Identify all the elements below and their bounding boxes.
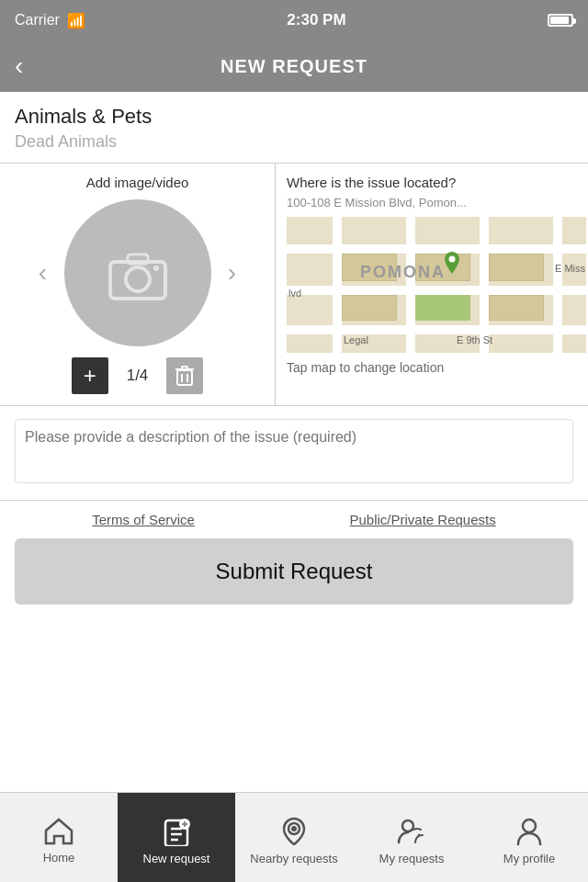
svg-point-3 [153, 266, 159, 271]
tab-nearby[interactable]: Nearby requests [235, 793, 353, 882]
category-section: Animals & Pets Dead Animals [0, 92, 588, 163]
content-row: Add image/video ‹ › + 1/4 [0, 163, 588, 406]
svg-rect-2 [128, 254, 148, 264]
map-street-label: Legal [344, 334, 368, 345]
map-road [287, 244, 586, 254]
camera-icon [106, 245, 170, 300]
public-private-link[interactable]: Public/Private Requests [349, 512, 495, 527]
wifi-icon: 📶 [67, 12, 85, 29]
category-subtitle: Dead Animals [15, 132, 573, 163]
camera-placeholder[interactable] [64, 199, 211, 346]
status-bar-left: Carrier 📶 [15, 12, 85, 29]
map-block [489, 295, 544, 321]
prev-arrow[interactable]: ‹ [29, 258, 57, 288]
svg-point-19 [402, 820, 413, 831]
svg-point-18 [291, 826, 297, 831]
links-row: Terms of Service Public/Private Requests [0, 501, 588, 538]
tab-home-label: Home [43, 851, 75, 865]
add-image-label: Add image/video [0, 175, 275, 190]
svg-point-21 [523, 820, 536, 832]
svg-rect-4 [177, 370, 192, 385]
add-image-button[interactable]: + [72, 357, 108, 394]
map-road [553, 217, 562, 353]
delete-image-button[interactable] [166, 357, 203, 394]
tab-home[interactable]: Home [0, 793, 118, 882]
my-requests-icon [395, 817, 428, 846]
map-road [287, 325, 586, 334]
submit-section: Submit Request [0, 538, 588, 619]
tab-new-request-label: New request [143, 852, 210, 865]
svg-point-9 [449, 256, 456, 263]
nav-bar: ‹ NEW REQUEST [0, 40, 588, 92]
map-container[interactable]: POMONA lvd E Miss Legal E 9th St [287, 217, 586, 353]
map-street-label: lvd [288, 288, 301, 299]
map-park [415, 295, 470, 321]
nearby-icon [279, 817, 309, 846]
home-icon [44, 818, 74, 845]
map-block [342, 295, 397, 321]
tab-my-requests-label: My requests [379, 852, 445, 865]
status-bar: Carrier 📶 2:30 PM [0, 0, 588, 40]
svg-point-1 [126, 267, 150, 291]
new-request-icon [162, 817, 191, 846]
trash-icon [175, 365, 195, 387]
tab-my-requests[interactable]: My requests [353, 793, 470, 882]
submit-button[interactable]: Submit Request [15, 538, 573, 605]
back-button[interactable]: ‹ [15, 51, 51, 81]
next-arrow[interactable]: › [219, 258, 246, 288]
image-section: Add image/video ‹ › + 1/4 [0, 164, 276, 405]
tab-my-profile-label: My profile [503, 852, 555, 865]
image-carousel: ‹ › [0, 199, 275, 346]
terms-of-service-link[interactable]: Terms of Service [92, 512, 195, 527]
map-question: Where is the issue located? [287, 175, 588, 190]
svg-rect-6 [182, 367, 187, 369]
description-section [0, 406, 588, 501]
tab-bar: Home New request Nearby requests [0, 792, 588, 882]
map-road [480, 217, 489, 353]
category-title: Animals & Pets [15, 105, 573, 129]
status-bar-right [548, 14, 573, 27]
map-road [333, 217, 342, 353]
map-address: 100-108 E Mission Blvd, Pomon... [287, 196, 581, 209]
map-section: Where is the issue located? 100-108 E Mi… [276, 164, 588, 405]
map-city-label: POMONA [360, 263, 446, 282]
map-road [406, 217, 415, 353]
time-label: 2:30 PM [287, 11, 345, 29]
map-block [489, 254, 544, 281]
battery-icon [548, 14, 573, 27]
carrier-label: Carrier [15, 12, 60, 28]
location-pin [441, 252, 463, 279]
description-input[interactable] [15, 419, 573, 483]
image-count: 1/4 [127, 367, 149, 385]
map-road [287, 286, 586, 295]
tab-my-profile[interactable]: My profile [470, 793, 588, 882]
profile-icon [514, 817, 544, 846]
map-street-label: E 9th St [457, 334, 492, 345]
tab-nearby-label: Nearby requests [250, 852, 337, 865]
page-title: NEW REQUEST [51, 56, 537, 77]
image-controls: + 1/4 [0, 346, 275, 405]
map-street-label: E Miss [555, 263, 585, 274]
map-tap-hint: Tap map to change location [287, 360, 588, 382]
tab-new-request[interactable]: New request [118, 793, 235, 882]
